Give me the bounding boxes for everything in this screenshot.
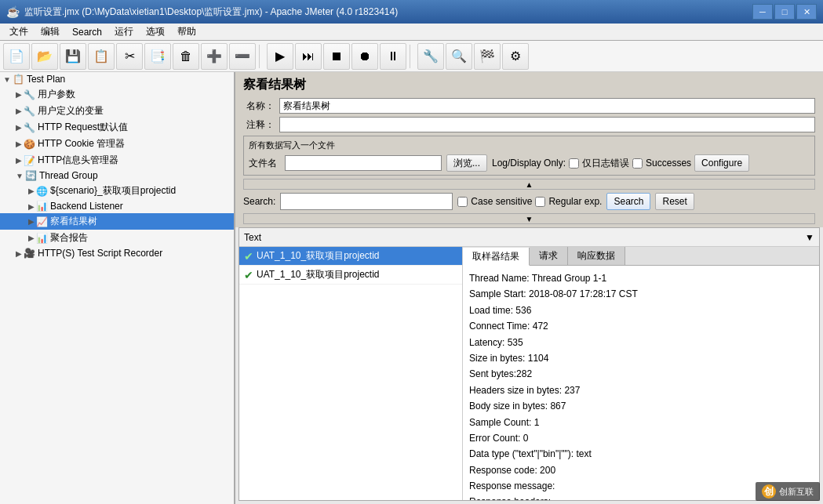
tree-label-test-plan: Test Plan: [27, 74, 65, 85]
case-sensitive-checkbox[interactable]: [457, 197, 468, 207]
comment-input[interactable]: [279, 117, 815, 132]
tree-expand-icon[interactable]: ▶: [28, 202, 35, 211]
tree-item-thread-group[interactable]: ▼🔄Thread Group: [0, 169, 234, 183]
toolbar-btn-17[interactable]: 🔍: [446, 43, 472, 70]
toolbar-btn-0[interactable]: 📄: [3, 43, 30, 70]
toolbar-btn-18[interactable]: 🏁: [474, 43, 501, 70]
successes-checkbox[interactable]: [632, 158, 643, 169]
name-input[interactable]: [279, 98, 815, 114]
toolbar-btn-1[interactable]: 📂: [31, 43, 58, 70]
tree-item-scenario[interactable]: ▶🌐${scenario}_获取项目projectid: [0, 183, 234, 199]
tree-expand-icon[interactable]: ▼: [3, 75, 11, 84]
detail-line-3: Connect Time: 472: [469, 318, 813, 334]
list-item-label-1: UAT_1_10_获取项目projectid: [257, 268, 380, 281]
tree-label-user-vars: 用户定义的变量: [38, 104, 104, 118]
menu-item-2[interactable]: Search: [66, 25, 108, 39]
tree-expand-icon[interactable]: ▶: [16, 156, 22, 165]
reset-button[interactable]: Reset: [655, 193, 694, 210]
tree-item-http-header[interactable]: ▶📝HTTP信息头管理器: [0, 152, 234, 169]
search-row: Search: Case sensitive Regular exp. Sear…: [243, 190, 815, 213]
detail-tab-2[interactable]: 响应数据: [568, 247, 625, 265]
tree-icon-scenario: 🌐: [36, 186, 48, 197]
text-header: Text ▼: [239, 228, 819, 247]
tree-item-user-params[interactable]: ▶🔧用户参数: [0, 86, 234, 103]
menu-item-0[interactable]: 文件: [3, 24, 35, 40]
detail-line-0: Thread Name: Thread Group 1-1: [469, 270, 813, 286]
tree-label-http-header: HTTP信息头管理器: [38, 154, 118, 167]
title-text: 监听设置.jmx (D:\MyData\xietian1\Desktop\监听设…: [24, 5, 752, 19]
tree-item-http-cookie[interactable]: ▶🍪HTTP Cookie 管理器: [0, 136, 234, 152]
toolbar-separator-15: [410, 45, 414, 68]
scroll-up-indicator[interactable]: ▲: [243, 179, 815, 190]
tree-item-script-recorder[interactable]: ▶🎥HTTP(S) Test Script Recorder: [0, 246, 234, 260]
toolbar-btn-7[interactable]: ➕: [201, 43, 228, 70]
toolbar-btn-19[interactable]: ⚙: [502, 43, 529, 70]
regular-exp-checkbox[interactable]: [535, 197, 545, 207]
text-dropdown-icon[interactable]: ▼: [805, 232, 814, 243]
watermark-icon: 创: [762, 484, 776, 499]
tree-expand-icon[interactable]: ▶: [16, 90, 22, 99]
toolbar-btn-6[interactable]: 🗑: [173, 43, 199, 70]
list-item-1[interactable]: ✔UAT_1_10_获取项目projectid: [239, 266, 462, 285]
toolbar-btn-4[interactable]: ✂: [116, 43, 143, 70]
file-row: 文件名 浏览... Log/Display Only: 仅日志错误 Succes…: [249, 154, 810, 172]
file-section: 所有数据写入一个文件 文件名 浏览... Log/Display Only: 仅…: [243, 136, 815, 176]
tree-expand-icon[interactable]: ▶: [28, 217, 35, 226]
toolbar-btn-11[interactable]: ⏭: [295, 43, 322, 70]
toolbar-btn-13[interactable]: ⏺: [351, 43, 378, 70]
tree-icon-backend: 📊: [36, 201, 48, 212]
app-icon: ☕: [6, 5, 20, 18]
tree-item-result-tree[interactable]: ▶📈察看结果树: [0, 213, 234, 230]
tree-label-result-tree: 察看结果树: [50, 215, 97, 228]
menu-item-3[interactable]: 运行: [108, 24, 140, 40]
detail-line-7: Headers size in bytes: 237: [469, 383, 813, 398]
tree-item-user-vars[interactable]: ▶🔧用户定义的变量: [0, 103, 234, 119]
tree-expand-icon[interactable]: ▶: [16, 107, 22, 115]
toolbar: 📄📂💾📋✂📑🗑➕➖▶⏭⏹⏺⏸🔧🔍🏁⚙: [0, 41, 823, 72]
file-name-input[interactable]: [285, 155, 442, 171]
toolbar-btn-3[interactable]: 📋: [88, 43, 115, 70]
scroll-down-indicator[interactable]: ▼: [243, 213, 815, 224]
menu-item-4[interactable]: 选项: [140, 24, 171, 40]
tree-expand-icon[interactable]: ▶: [28, 234, 35, 242]
tree-expand-icon[interactable]: ▼: [16, 172, 24, 180]
content-area: Text ▼ ✔UAT_1_10_获取项目projectid✔UAT_1_10_…: [235, 227, 823, 504]
tree-item-backend[interactable]: ▶📊Backend Listener: [0, 199, 234, 213]
tree-expand-icon[interactable]: ▶: [16, 249, 22, 258]
toolbar-btn-5[interactable]: 📑: [144, 43, 171, 70]
close-button[interactable]: ✕: [796, 4, 817, 20]
tree-item-http-defaults[interactable]: ▶🔧HTTP Request默认值: [0, 119, 234, 136]
toolbar-btn-10[interactable]: ▶: [267, 43, 293, 70]
detail-tab-0[interactable]: 取样器结果: [463, 248, 530, 266]
minimize-button[interactable]: ─: [752, 4, 773, 20]
tree-expand-icon[interactable]: ▶: [28, 187, 35, 195]
toolbar-btn-2[interactable]: 💾: [60, 43, 86, 70]
tree-label-user-params: 用户参数: [38, 88, 75, 101]
menu-item-5[interactable]: 帮助: [171, 24, 202, 40]
tree-item-test-plan[interactable]: ▼📋Test Plan: [0, 72, 234, 86]
toolbar-btn-16[interactable]: 🔧: [417, 43, 444, 70]
toolbar-btn-8[interactable]: ➖: [229, 43, 256, 70]
search-button[interactable]: Search: [606, 193, 650, 210]
toolbar-separator-9: [259, 45, 264, 68]
detail-line-1: Sample Start: 2018-08-07 17:28:17 CST: [469, 286, 813, 302]
list-item-0[interactable]: ✔UAT_1_10_获取项目projectid: [239, 247, 462, 266]
tree-icon-aggregate: 📊: [36, 233, 48, 244]
tree-expand-icon[interactable]: ▶: [16, 140, 22, 148]
window-controls: ─ □ ✕: [752, 4, 817, 20]
file-section-title: 所有数据写入一个文件: [249, 140, 810, 151]
toolbar-btn-14[interactable]: ⏸: [380, 43, 406, 70]
detail-tab-1[interactable]: 请求: [530, 247, 568, 265]
toolbar-btn-12[interactable]: ⏹: [323, 43, 350, 70]
tree-expand-icon[interactable]: ▶: [16, 123, 22, 132]
configure-button[interactable]: Configure: [694, 154, 749, 172]
log-errors-checkbox[interactable]: [569, 158, 579, 169]
maximize-button[interactable]: □: [774, 4, 795, 20]
detail-content: Thread Name: Thread Group 1-1Sample Star…: [463, 266, 819, 500]
file-name-label: 文件名: [249, 157, 277, 170]
browse-button[interactable]: 浏览...: [446, 154, 487, 172]
tree-item-aggregate[interactable]: ▶📊聚合报告: [0, 230, 234, 246]
menu-item-1[interactable]: 编辑: [35, 24, 66, 40]
search-input[interactable]: [280, 193, 453, 210]
tree-icon-script-recorder: 🎥: [24, 248, 35, 259]
